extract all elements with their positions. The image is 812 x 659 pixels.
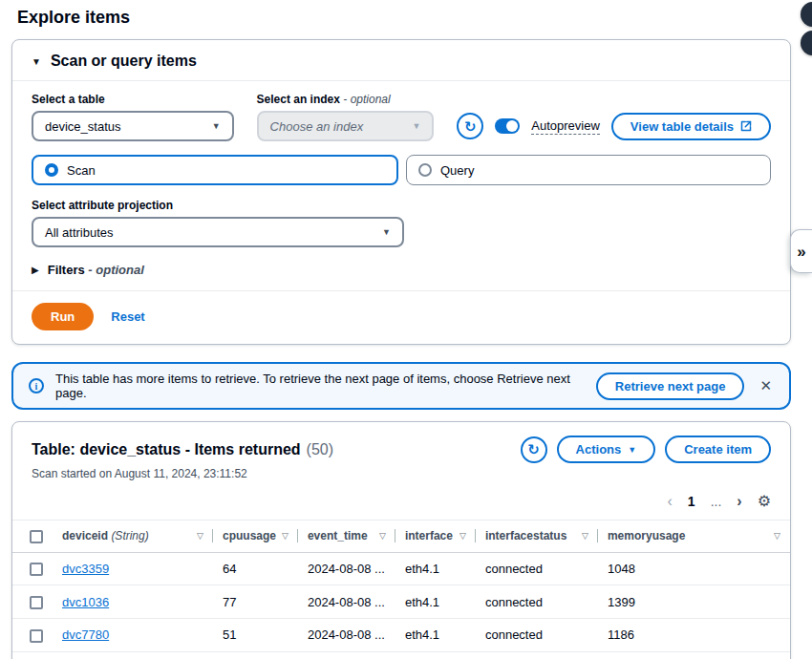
page-title: Explore items [17, 8, 791, 28]
reset-button[interactable]: Reset [111, 309, 144, 324]
chevron-down-icon: ▼ [212, 121, 221, 131]
radio-unselected-icon [418, 163, 432, 177]
table-row[interactable]: dvc4152 80 2024-08-08 ... eth4.1 connect… [12, 651, 790, 659]
column-header-event-time[interactable]: event_time▽ [298, 521, 395, 553]
results-actions: ↻ Actions ▼ Create item [521, 436, 771, 463]
refresh-results-button[interactable]: ↻ [521, 436, 547, 463]
column-header-memoryusage[interactable]: memoryusage▽ [598, 521, 790, 553]
floating-action-button-1[interactable] [801, 2, 812, 27]
projection-select-value: All attributes [45, 225, 114, 240]
table-row[interactable]: dvc1036 77 2024-08-08 ... eth4.1 connect… [12, 585, 790, 619]
cell-interface: eth4.1 [395, 585, 476, 619]
sort-icon[interactable]: ▽ [379, 531, 386, 541]
collapse-caret-icon: ▼ [32, 56, 41, 67]
create-item-button[interactable]: Create item [665, 436, 771, 463]
cell-event-time: 2024-08-08 ... [298, 585, 395, 619]
cell-deviceid: dvc3359 [53, 552, 213, 585]
page-number-1[interactable]: 1 [688, 494, 695, 509]
cell-interfacestatus: connected [476, 651, 598, 659]
scan-inline-controls: ↻ Autopreview View table details [457, 111, 771, 141]
scan-query-panel: ▼ Scan or query items Select a table dev… [11, 39, 791, 345]
scan-form: Select a table device_status ▼ Select an… [12, 81, 790, 290]
scan-panel-header[interactable]: ▼ Scan or query items [12, 40, 790, 81]
items-table: deviceid (String)▽ cpuusage▽ event_time▽… [12, 520, 790, 659]
table-select-label: Select a table [32, 93, 234, 106]
close-icon[interactable]: ✕ [756, 375, 776, 396]
index-select-field: Select an index - optional Choose an ind… [257, 93, 435, 141]
more-items-banner: i This table has more items to retrieve.… [11, 362, 791, 410]
autopreview-toggle[interactable] [495, 118, 520, 134]
sort-icon[interactable]: ▽ [582, 531, 588, 541]
refresh-icon: ↻ [464, 119, 477, 134]
actions-dropdown-button[interactable]: Actions ▼ [557, 436, 656, 463]
query-tile-label: Query [440, 163, 474, 178]
refresh-button[interactable]: ↻ [457, 113, 483, 139]
external-link-icon [740, 120, 752, 132]
results-title: Table: device_status - Items returned [32, 441, 301, 458]
chevron-down-icon: ▼ [382, 227, 391, 237]
banner-message: This table has more items to retrieve. T… [55, 372, 585, 400]
cell-interface: eth4.1 [395, 651, 476, 659]
table-select-value: device_status [45, 119, 121, 134]
run-button[interactable]: Run [32, 303, 94, 330]
deviceid-link[interactable]: dvc1036 [62, 595, 109, 609]
select-all-checkbox[interactable] [30, 530, 43, 543]
chevron-down-icon: ▼ [412, 121, 420, 131]
results-header: Table: device_status - Items returned (5… [12, 422, 790, 463]
pagination: ‹ 1 ... › ⚙ [12, 480, 790, 516]
filters-label: Filters - optional [48, 263, 144, 277]
cell-deviceid: dvc4152 [53, 651, 213, 659]
scan-radio-tile[interactable]: Scan [32, 155, 398, 185]
refresh-icon: ↻ [527, 442, 540, 457]
column-header-interfacestatus[interactable]: interfacestatus▽ [476, 521, 598, 553]
scan-tile-label: Scan [67, 163, 96, 178]
filters-expander[interactable]: ▶ Filters - optional [32, 263, 771, 290]
pagination-ellipsis: ... [711, 494, 722, 509]
previous-page-button[interactable]: ‹ [668, 493, 673, 510]
expand-caret-icon: ▶ [32, 265, 39, 275]
table-row[interactable]: dvc3359 64 2024-08-08 ... eth4.1 connect… [12, 552, 790, 585]
table-row[interactable]: dvc7780 51 2024-08-08 ... eth4.1 connect… [12, 618, 790, 651]
sort-icon[interactable]: ▽ [459, 531, 466, 541]
scan-panel-footer: Run Reset [12, 290, 790, 344]
gear-icon[interactable]: ⚙ [758, 492, 771, 510]
deviceid-link[interactable]: dvc7780 [62, 627, 109, 642]
cell-cpuusage: 77 [213, 585, 298, 619]
sort-icon[interactable]: ▽ [774, 531, 780, 541]
cell-cpuusage: 80 [213, 651, 298, 659]
projection-field: Select attribute projection All attribut… [32, 199, 404, 247]
sort-icon[interactable]: ▽ [282, 531, 288, 541]
explore-items-page: Explore items » ▼ Scan or query items Se… [0, 0, 812, 659]
cell-memoryusage: 1186 [598, 618, 790, 651]
index-select-label: Select an index - optional [257, 93, 435, 106]
deviceid-link[interactable]: dvc3359 [62, 562, 109, 576]
side-panel-toggle[interactable]: » [790, 229, 812, 273]
cell-deviceid: dvc7780 [53, 618, 213, 651]
projection-select[interactable]: All attributes ▼ [32, 217, 404, 247]
scan-started-text: Scan started on August 11, 2024, 23:11:5… [12, 463, 790, 480]
retrieve-next-page-button[interactable]: Retrieve next page [596, 372, 745, 400]
cell-event-time: 2024-08-08 ... [298, 651, 395, 659]
next-page-button[interactable]: › [737, 493, 741, 510]
cell-event-time: 2024-08-08 ... [298, 552, 395, 585]
cell-memoryusage: 1352 [598, 651, 790, 659]
column-header-interface[interactable]: interface▽ [395, 521, 476, 553]
view-table-details-button[interactable]: View table details [611, 113, 771, 140]
column-header-deviceid[interactable]: deviceid (String)▽ [53, 521, 213, 553]
scan-query-tiles: Scan Query [32, 155, 771, 185]
double-chevron-icon: » [797, 244, 805, 260]
cell-memoryusage: 1048 [598, 552, 790, 585]
floating-action-button-2[interactable] [801, 31, 812, 55]
sort-icon[interactable]: ▽ [197, 531, 203, 541]
cell-cpuusage: 64 [213, 552, 298, 585]
row-checkbox[interactable] [30, 629, 43, 643]
table-select[interactable]: device_status ▼ [32, 111, 234, 141]
row-checkbox[interactable] [30, 596, 43, 609]
row-checkbox[interactable] [30, 563, 43, 576]
cell-interface: eth4.1 [395, 618, 476, 651]
cell-cpuusage: 51 [213, 618, 298, 651]
index-select: Choose an index ▼ [257, 111, 435, 141]
table-header-row: deviceid (String)▽ cpuusage▽ event_time▽… [12, 521, 790, 553]
column-header-cpuusage[interactable]: cpuusage▽ [213, 521, 298, 553]
query-radio-tile[interactable]: Query [406, 155, 771, 185]
